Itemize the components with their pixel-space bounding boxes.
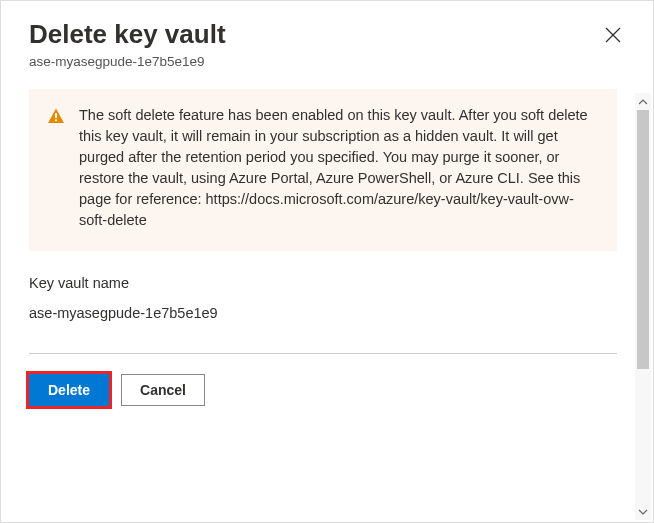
cancel-button[interactable]: Cancel bbox=[121, 374, 205, 406]
panel-content: The soft delete feature has been enabled… bbox=[29, 89, 625, 424]
close-button[interactable] bbox=[601, 23, 625, 47]
close-icon bbox=[605, 27, 621, 43]
field-label: Key vault name bbox=[29, 275, 617, 291]
scroll-up-arrow-icon[interactable] bbox=[635, 93, 651, 110]
key-vault-name-field: Key vault name ase-myasegpude-1e7b5e1e9 bbox=[29, 275, 617, 321]
warning-triangle-icon bbox=[47, 107, 65, 231]
vertical-scrollbar[interactable] bbox=[635, 93, 651, 520]
scroll-down-arrow-icon[interactable] bbox=[635, 503, 651, 520]
panel-subtitle: ase-myasegpude-1e7b5e1e9 bbox=[29, 54, 226, 69]
delete-key-vault-panel: Delete key vault ase-myasegpude-1e7b5e1e… bbox=[1, 1, 653, 522]
divider bbox=[29, 353, 617, 354]
svg-rect-0 bbox=[55, 113, 57, 118]
scroll-thumb[interactable] bbox=[637, 110, 649, 369]
title-block: Delete key vault ase-myasegpude-1e7b5e1e… bbox=[29, 19, 226, 69]
panel-header: Delete key vault ase-myasegpude-1e7b5e1e… bbox=[29, 19, 625, 69]
svg-rect-1 bbox=[55, 119, 57, 121]
warning-text: The soft delete feature has been enabled… bbox=[79, 105, 597, 231]
panel-footer: Delete Cancel bbox=[29, 374, 617, 424]
delete-button[interactable]: Delete bbox=[29, 374, 109, 406]
warning-box: The soft delete feature has been enabled… bbox=[29, 89, 617, 251]
panel-title: Delete key vault bbox=[29, 19, 226, 50]
scroll-track[interactable] bbox=[635, 110, 651, 503]
field-value: ase-myasegpude-1e7b5e1e9 bbox=[29, 305, 617, 321]
